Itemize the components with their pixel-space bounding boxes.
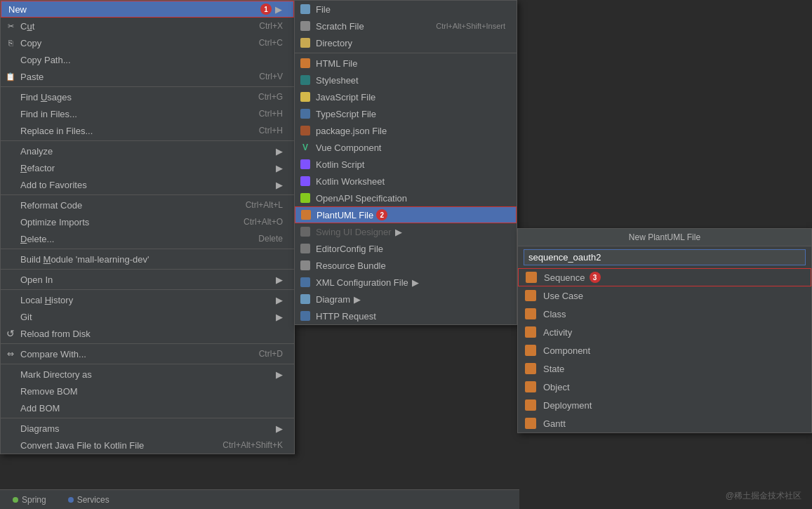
submenu-item-xml-config[interactable]: XML Configuration File ▶ (295, 274, 517, 291)
menu-item-cut[interactable]: ✂ Cut Ctrl+X (1, 18, 294, 34)
cut-icon: ✂ (5, 20, 16, 32)
submenu-item-kotlin-script[interactable]: Kotlin Script (295, 156, 517, 173)
plantuml-item-state[interactable]: State (518, 359, 811, 378)
menu-item-add-to-favorites[interactable]: Add to Favorites ▶ (1, 176, 294, 193)
menu-item-find-usages[interactable]: Find Usages Ctrl+G (1, 88, 294, 105)
activity-icon (524, 325, 538, 339)
diagrams-arrow-icon: ▶ (276, 423, 283, 434)
plantuml-item-sequence[interactable]: Sequence 3 (518, 268, 811, 286)
menu-item-reload-from-disk[interactable]: ↺ Reload from Disk (1, 325, 294, 342)
submenu-item-stylesheet[interactable]: Stylesheet (295, 72, 517, 88)
submenu-item-openapi[interactable]: OpenAPI Specification (295, 190, 517, 206)
delete-shortcut: Delete (258, 234, 283, 244)
separator-9 (1, 418, 294, 418)
menu-item-diagrams-label: Diagrams (20, 423, 272, 434)
menu-item-local-history-label: Local History (20, 295, 272, 305)
plantuml-filename-input[interactable] (524, 249, 806, 265)
submenu-item-package-json[interactable]: package.json File (295, 122, 517, 139)
menu-item-delete[interactable]: Delete... Delete (1, 230, 294, 247)
spring-tab[interactable]: Spring (7, 493, 52, 507)
menu-item-mark-directory-as[interactable]: Mark Directory as ▶ (1, 366, 294, 383)
compare-icon: ⇔ (5, 348, 16, 359)
menu-item-optimize-imports[interactable]: Optimize Imports Ctrl+Alt+O (1, 213, 294, 230)
menu-item-copy-path[interactable]: Copy Path... (1, 51, 294, 68)
plantuml-item-use-case[interactable]: Use Case (518, 286, 811, 305)
plantuml-item-use-case-label: Use Case (543, 291, 583, 301)
menu-item-find-in-files[interactable]: Find in Files... Ctrl+H (1, 105, 294, 122)
menu-item-convert-java[interactable]: Convert Java File to Kotlin File Ctrl+Al… (1, 437, 294, 454)
plantuml-item-deployment[interactable]: Deployment (518, 396, 811, 414)
menu-item-git[interactable]: Git ▶ (1, 308, 294, 325)
submenu-item-file[interactable]: File (295, 1, 517, 18)
separator-8 (1, 364, 294, 364)
bottom-bar: Spring Services (0, 489, 519, 509)
submenu-item-swing-ui[interactable]: Swing UI Designer ▶ (295, 223, 517, 240)
menu-item-diagrams[interactable]: Diagrams ▶ (1, 420, 294, 437)
menu-item-git-label: Git (20, 312, 272, 322)
menu-item-compare-with[interactable]: ⇔ Compare With... Ctrl+D (1, 345, 294, 362)
submenu-item-kotlin-worksheet-label: Kotlin Worksheet (316, 176, 385, 187)
submenu-item-typescript-file[interactable]: TypeScript File (295, 105, 517, 122)
submenu-item-kotlin-script-label: Kotlin Script (316, 159, 364, 170)
copy-icon: ⎘ (5, 37, 16, 48)
submenu-item-plantuml-file[interactable]: PlantUML File 2 (295, 206, 517, 223)
cut-shortcut: Ctrl+X (259, 21, 283, 31)
menu-item-new[interactable]: New 1 ▶ (1, 1, 294, 18)
plantuml-item-gantt[interactable]: Gantt (518, 414, 811, 432)
submenu-item-resource-bundle-label: Resource Bundle (316, 260, 386, 271)
separator-5 (1, 269, 294, 270)
xml-config-icon (299, 276, 312, 289)
xml-config-arrow-icon: ▶ (412, 277, 419, 288)
submenu-item-editorconfig[interactable]: EditorConfig File (295, 240, 517, 257)
plantuml-item-object-label: Object (543, 382, 570, 392)
find-usages-shortcut: Ctrl+G (258, 92, 283, 102)
submenu-item-diagram[interactable]: Diagram ▶ (295, 291, 517, 308)
plantuml-item-component[interactable]: Component (518, 341, 811, 359)
arrow-icon: ▶ (275, 4, 282, 15)
separator-6 (1, 289, 294, 290)
menu-item-open-in[interactable]: Open In ▶ (1, 271, 294, 288)
menu-item-replace-in-files[interactable]: Replace in Files... Ctrl+H (1, 122, 294, 139)
services-tab[interactable]: Services (62, 493, 115, 507)
swing-ui-icon (299, 225, 312, 238)
submenu-item-resource-bundle[interactable]: Resource Bundle (295, 257, 517, 274)
paste-icon: 📋 (5, 71, 16, 82)
menu-item-build-module-label: Build Module 'mall-learning-dev' (20, 254, 283, 265)
submenu-item-html-file-label: HTML File (316, 58, 357, 69)
submenu-item-xml-config-label: XML Configuration File (316, 277, 408, 288)
submenu-item-package-json-label: package.json File (316, 126, 387, 136)
submenu-item-directory[interactable]: Directory (295, 34, 517, 51)
mark-directory-arrow-icon: ▶ (276, 369, 283, 380)
submenu-item-editorconfig-label: EditorConfig File (316, 244, 383, 254)
submenu-item-diagram-label: Diagram (316, 294, 350, 305)
plantuml-file-icon (300, 209, 312, 221)
services-tab-label: Services (77, 495, 109, 505)
submenu-item-vue-component[interactable]: V Vue Component (295, 139, 517, 156)
menu-item-local-history[interactable]: Local History ▶ (1, 291, 294, 308)
plantuml-item-activity[interactable]: Activity (518, 323, 811, 341)
menu-item-build-module[interactable]: Build Module 'mall-learning-dev' (1, 251, 294, 267)
plantuml-item-object[interactable]: Object (518, 378, 811, 396)
menu-item-remove-bom[interactable]: Remove BOM (1, 383, 294, 399)
submenu-item-html-file[interactable]: HTML File (295, 55, 517, 72)
badge-3: 3 (590, 272, 601, 283)
submenu-item-scratch-file[interactable]: Scratch File Ctrl+Alt+Shift+Insert (295, 18, 517, 34)
menu-item-reformat-code[interactable]: Reformat Code Ctrl+Alt+L (1, 197, 294, 213)
submenu-item-http-request[interactable]: HTTP Request (295, 308, 517, 324)
menu-item-find-usages-label: Find Usages (20, 92, 244, 103)
submenu-item-scratch-file-label: Scratch File (316, 21, 364, 32)
menu-item-mark-directory-as-label: Mark Directory as (20, 369, 272, 380)
menu-item-analyze-label: Analyze (20, 146, 272, 157)
menu-item-paste[interactable]: 📋 Paste Ctrl+V (1, 68, 294, 85)
menu-item-refactor[interactable]: Refactor ▶ (1, 159, 294, 176)
badge-2: 2 (376, 209, 387, 220)
menu-item-copy[interactable]: ⎘ Copy Ctrl+C (1, 34, 294, 51)
plantuml-item-deployment-label: Deployment (543, 400, 592, 411)
menu-item-add-bom[interactable]: Add BOM (1, 399, 294, 416)
submenu-item-javascript-file[interactable]: JavaScript File (295, 88, 517, 105)
object-icon (524, 380, 538, 394)
menu-item-analyze[interactable]: Analyze ▶ (1, 143, 294, 159)
submenu-item-kotlin-worksheet[interactable]: Kotlin Worksheet (295, 173, 517, 190)
plantuml-item-class[interactable]: Class (518, 305, 811, 323)
javascript-file-icon (299, 91, 312, 103)
